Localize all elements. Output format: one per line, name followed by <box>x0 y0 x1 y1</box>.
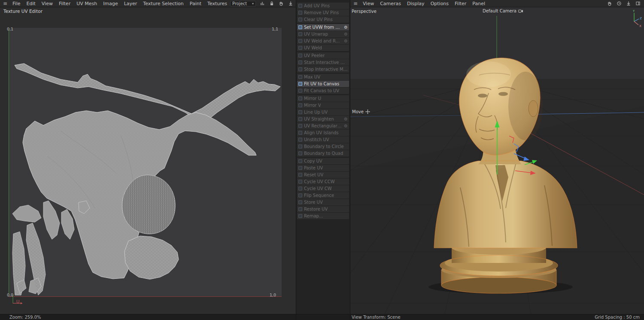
command-uv-rectangularize[interactable]: UV Rectangularize⚙ <box>297 123 349 129</box>
command-start-interactive-mapping[interactable]: Start Interactive Mapping <box>297 59 349 66</box>
command-remap[interactable]: Remap... <box>297 213 349 219</box>
command-align-uv-islands[interactable]: Align UV Islands <box>297 130 349 136</box>
uv-island-branch[interactable] <box>15 63 280 124</box>
menu-item-uv-mesh[interactable]: UV Mesh <box>73 0 100 7</box>
command-label: Clear UV Pins <box>304 17 333 22</box>
menu-item-options[interactable]: Options <box>428 0 452 7</box>
command-unstitch-uv[interactable]: Unstitch UV <box>297 136 349 143</box>
command-uv-weld[interactable]: UV Weld <box>297 45 349 51</box>
command-uv-unwrap[interactable]: UV Unwrap⚙ <box>297 31 349 37</box>
gear-icon[interactable]: ⚙ <box>344 32 348 36</box>
hand-icon[interactable] <box>606 0 613 6</box>
uv-corner-10: 1,0 <box>270 293 276 297</box>
menu-item-view[interactable]: View <box>360 0 377 7</box>
command-clear-uv-pins[interactable]: Clear UV Pins <box>297 16 349 23</box>
command-set-uvw-from-projection[interactable]: Set UVW from Projection⚙ <box>297 24 349 30</box>
download-arrow-icon[interactable] <box>287 0 294 6</box>
command-reset-uv[interactable]: Reset UV <box>297 172 349 178</box>
menu-item-texture-selection[interactable]: Texture Selection <box>140 0 186 7</box>
command-line-up-uv[interactable]: Line Up UV <box>297 109 349 115</box>
uv-editor-statusbar: Zoom: 259.0% <box>0 314 296 320</box>
command-flip-sequence[interactable]: Flip Sequence <box>297 192 349 199</box>
menu-item-textures[interactable]: Textures <box>204 0 230 7</box>
command-copy-uv[interactable]: Copy UV <box>297 158 349 164</box>
command-boundary-to-quad[interactable]: Boundary to Quad <box>297 150 349 157</box>
gear-icon[interactable]: ⚙ <box>344 25 348 30</box>
menu-item-filter[interactable]: Filter <box>56 0 73 7</box>
camera-icon <box>518 9 523 13</box>
download-arrow-icon[interactable] <box>625 0 632 6</box>
menu-item-image[interactable]: Image <box>100 0 121 7</box>
view-mode-label[interactable]: Perspective <box>352 9 377 14</box>
menu-item-cameras[interactable]: Cameras <box>377 0 404 7</box>
command-cycle-uv-cw[interactable]: Cycle UV CW <box>297 185 349 192</box>
command-icon <box>298 131 302 135</box>
uv-unit-square[interactable] <box>9 28 282 297</box>
command-uv-peeler[interactable]: UV Peeler <box>297 52 349 59</box>
command-mirror-u[interactable]: Mirror U <box>297 95 349 102</box>
uv-editor-menubar: ≡ File Edit View Filter UV Mesh Image La… <box>0 0 296 7</box>
command-icon <box>298 46 302 50</box>
uv-editor-menubar-right: Project ▾ <box>230 0 295 6</box>
menu-item-display[interactable]: Display <box>404 0 428 7</box>
command-uv-weld-and-relax[interactable]: UV Weld and Relax⚙ <box>297 38 349 44</box>
uv-commands-panel: Add UV PinsRemove UV PinsClear UV PinsSe… <box>296 0 350 320</box>
menu-item-paint[interactable]: Paint <box>187 0 204 7</box>
hamburger-menu-icon[interactable]: ≡ <box>2 0 9 6</box>
uv-island-fragments-wire <box>12 223 46 295</box>
command-label: Cycle UV CCW <box>304 179 335 184</box>
gear-icon[interactable]: ⚙ <box>344 117 348 121</box>
command-fit-canvas-to-uv[interactable]: Fit Canvas to UV <box>297 88 349 94</box>
gear-icon[interactable]: ⚙ <box>344 39 348 43</box>
menu-item-file[interactable]: File <box>9 0 23 7</box>
hand-icon[interactable] <box>278 0 284 6</box>
command-icon <box>298 97 302 100</box>
command-store-uv[interactable]: Store UV <box>297 199 349 205</box>
command-icon <box>298 180 302 184</box>
menu-item-view[interactable]: View <box>39 0 56 7</box>
command-remove-uv-pins[interactable]: Remove UV Pins <box>297 9 349 16</box>
panel-layout-icon[interactable] <box>635 0 641 6</box>
command-uv-straighten[interactable]: UV Straighten⚙ <box>297 116 349 122</box>
command-icon <box>298 82 302 86</box>
menu-item-panel[interactable]: Panel <box>469 0 488 7</box>
command-fit-uv-to-canvas[interactable]: Fit UV to Canvas <box>297 81 349 87</box>
uv-canvas-area[interactable]: 0,1 1,1 0,0 1,0 <box>0 13 296 314</box>
gear-icon[interactable]: ⚙ <box>344 124 348 128</box>
clock-icon[interactable] <box>616 0 622 6</box>
command-icon <box>298 159 302 163</box>
command-label: Set UVW from Projection <box>304 25 342 30</box>
command-max-uv[interactable]: Max UV <box>297 74 349 80</box>
command-label: Start Interactive Mapping <box>304 60 348 65</box>
command-paste-uv[interactable]: Paste UV <box>297 165 349 171</box>
uv-island-mesh-blob[interactable] <box>122 175 176 234</box>
texture-uv-editor-panel: ≡ File Edit View Filter UV Mesh Image La… <box>0 0 296 320</box>
menu-item-filter[interactable]: Filter <box>452 0 469 7</box>
viewport-3d[interactable]: Perspective Default Camera Move <box>350 7 644 314</box>
camera-label[interactable]: Default Camera <box>483 9 523 13</box>
app-window: ≡ File Edit View Filter UV Mesh Image La… <box>0 0 644 320</box>
command-boundary-to-circle[interactable]: Boundary to Circle <box>297 143 349 150</box>
command-stop-interactive-mapping[interactable]: Stop Interactive Mapping <box>297 66 349 72</box>
menu-item-layer[interactable]: Layer <box>121 0 140 7</box>
hamburger-menu-icon[interactable]: ≡ <box>352 0 360 6</box>
uv-editor-menu: File Edit View Filter UV Mesh Image Laye… <box>9 0 230 7</box>
command-add-uv-pins[interactable]: Add UV Pins <box>297 3 349 9</box>
command-icon <box>298 25 302 29</box>
command-icon <box>298 138 302 142</box>
command-cycle-uv-ccw[interactable]: Cycle UV CCW <box>297 178 349 185</box>
command-restore-uv[interactable]: Restore UV <box>297 206 349 212</box>
lock-icon[interactable] <box>268 0 275 6</box>
command-label: Cycle UV CW <box>304 186 332 191</box>
chart-icon[interactable] <box>259 0 265 6</box>
command-label: Copy UV <box>304 159 322 163</box>
viewport-panel: ≡ View Cameras Display Options Filter Pa… <box>350 0 644 320</box>
axis-orientation-gizmo[interactable]: Y Z X <box>629 9 642 29</box>
command-mirror-v[interactable]: Mirror V <box>297 102 349 109</box>
command-label: Boundary to Quad <box>304 151 343 156</box>
project-dropdown[interactable]: Project ▾ <box>230 1 256 6</box>
uv-island-bottom[interactable] <box>125 236 179 279</box>
menu-item-edit[interactable]: Edit <box>23 0 38 7</box>
command-group: Mirror UMirror VLine Up UVUV Straighten⚙… <box>297 95 349 157</box>
command-icon <box>298 173 302 177</box>
